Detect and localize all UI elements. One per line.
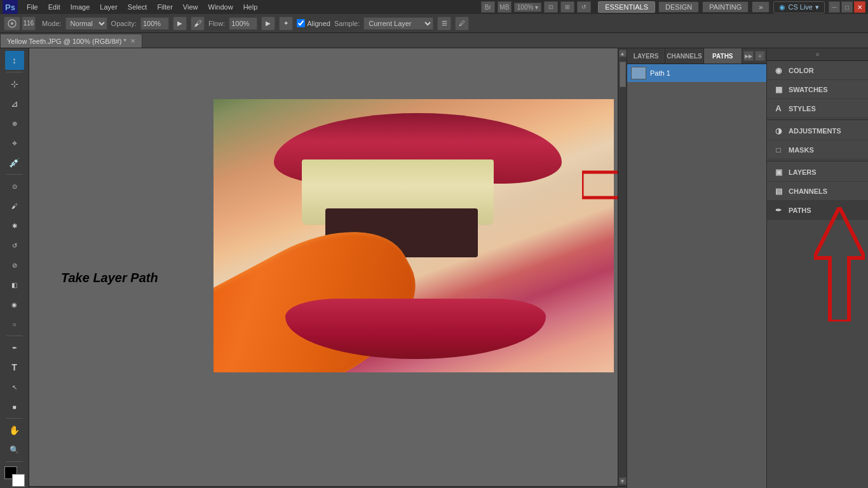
menu-file[interactable]: File (22, 0, 43, 14)
mini-bridge-btn[interactable]: MB (498, 1, 512, 13)
layers-label: LAYERS (789, 168, 817, 176)
brush-tool-btn[interactable]: 🖌 (191, 17, 205, 30)
tool-eyedropper[interactable]: 💉 (5, 153, 24, 172)
menu-edit[interactable]: Edit (43, 0, 65, 14)
svg-marker-3 (814, 207, 865, 322)
swatches-icon: ▦ (773, 85, 783, 95)
scroll-thumb-v[interactable] (620, 62, 626, 87)
opacity-label: Opacity: (111, 20, 137, 27)
panel-item-masks[interactable]: □ MASKS (767, 140, 868, 159)
tab-paths[interactable]: PATHS (704, 48, 742, 64)
tab-bar: Yellow Teeth.JPG @ 100% (RGB/8#) * ✕ (0, 33, 868, 48)
tool-shape[interactable]: ■ (5, 397, 24, 416)
tool-eraser[interactable]: ⊘ (5, 255, 24, 274)
canvas-image (214, 99, 614, 372)
tool-history-brush[interactable]: ↺ (5, 236, 24, 255)
flow-input[interactable] (229, 17, 257, 30)
tool-marquee[interactable]: ⊹ (5, 74, 24, 93)
tool-sep-3 (6, 336, 23, 336)
fg-bg-colors[interactable] (4, 466, 25, 487)
ws-more[interactable]: » (752, 1, 770, 13)
tool-spot-heal[interactable]: ⊙ (5, 177, 24, 196)
tool-hand[interactable]: ✋ (5, 421, 24, 440)
panel-menu-btn[interactable]: ▶▶ (743, 51, 754, 61)
panel-separator-2 (767, 161, 868, 161)
close-btn[interactable]: ✕ (854, 1, 865, 13)
masks-icon: □ (773, 145, 783, 155)
panel-options-btn[interactable]: ≡ (755, 51, 765, 61)
menu-image[interactable]: Image (65, 0, 95, 14)
collapse-icon: « (816, 51, 820, 58)
minimize-btn[interactable]: ─ (829, 1, 840, 13)
aligned-checkbox[interactable] (297, 19, 305, 27)
menu-layer[interactable]: Layer (95, 0, 123, 14)
tool-crop[interactable]: ⌖ (5, 133, 24, 152)
scroll-track-v (620, 58, 626, 476)
tool-move[interactable]: ↕ (5, 51, 24, 70)
tool-lasso[interactable]: ⊿ (5, 94, 24, 113)
panel-item-swatches[interactable]: ▦ SWATCHES (767, 80, 868, 99)
tool-sep-1 (6, 72, 23, 72)
tab-channels[interactable]: CHANNELS (665, 48, 703, 64)
scroll-up-btn[interactable]: ▲ (619, 50, 627, 57)
menu-window[interactable]: Window (203, 0, 238, 14)
arrange-btn[interactable]: ⊡ (544, 1, 558, 13)
opacity-arrow[interactable]: ▶ (173, 17, 187, 30)
red-arrow-svg (582, 159, 618, 210)
big-red-arrow-svg (814, 207, 865, 322)
restore-btn[interactable]: □ (841, 1, 853, 13)
ps-logo: Ps (3, 0, 18, 14)
tool-gradient[interactable]: ◧ (5, 275, 24, 294)
clone-stamp-options-btn[interactable]: 🖊 (455, 17, 469, 30)
clone-source-btn[interactable] (4, 17, 20, 30)
tool-dodge[interactable]: ○ (5, 315, 24, 334)
panel-item-color[interactable]: ◉ COLOR (767, 61, 868, 80)
panel-collapse-top[interactable]: « (767, 48, 868, 61)
panel-item-channels[interactable]: ▤ CHANNELS (767, 182, 868, 201)
ws-painting[interactable]: PAINTING (702, 1, 749, 13)
tab-layers[interactable]: LAYERS (627, 48, 665, 64)
sample-select[interactable]: Current Layer All Layers Current & Below (363, 17, 433, 30)
ignore-adjustments-btn[interactable]: ☰ (437, 17, 451, 30)
rotate-btn[interactable]: ↺ (577, 1, 591, 13)
bridge-btn[interactable]: Br (481, 1, 495, 13)
tool-path-select[interactable]: ↖ (5, 377, 24, 396)
cs-live-btn[interactable]: ◉ CS Live ▾ (773, 1, 825, 13)
left-toolbar: ↕ ⊹ ⊿ ⊕ ⌖ 💉 ⊙ 🖌 ✱ ↺ ⊘ ◧ ◉ ○ ✒ T ↖ ■ ✋ 🔍 … (0, 48, 29, 488)
scroll-down-btn[interactable]: ▼ (619, 477, 627, 485)
path-row-1[interactable]: Path 1 (627, 64, 766, 82)
tool-clone[interactable]: ✱ (5, 216, 24, 235)
menu-view[interactable]: View (178, 0, 203, 14)
menu-help[interactable]: Help (238, 0, 263, 14)
brush-size-btn[interactable]: 116 (22, 17, 36, 30)
ws-essentials[interactable]: ESSENTIALS (598, 1, 655, 13)
layers-tabs: LAYERS CHANNELS PATHS ▶▶ ≡ (627, 48, 766, 64)
tool-type[interactable]: T (5, 358, 24, 377)
mode-select[interactable]: Normal Multiply Screen (65, 17, 107, 30)
tool-blur[interactable]: ◉ (5, 295, 24, 314)
masks-label: MASKS (789, 146, 814, 154)
tool-zoom[interactable]: 🔍 (5, 440, 24, 459)
document-tab[interactable]: Yellow Teeth.JPG @ 100% (RGB/8#) * ✕ (0, 34, 142, 48)
cs-live-icon: ◉ (779, 3, 785, 11)
menu-filter[interactable]: Filter (152, 0, 177, 14)
screen-mode-btn[interactable]: ⊞ (560, 1, 574, 13)
tool-pen[interactable]: ✒ (5, 338, 24, 357)
tab-close-btn[interactable]: ✕ (130, 37, 135, 44)
panel-item-adjustments[interactable]: ◑ ADJUSTMENTS (767, 121, 868, 140)
zoom-select[interactable]: 100% ▾ (514, 3, 541, 12)
flow-arrow[interactable]: ▶ (261, 17, 275, 30)
panel-separator-1 (767, 119, 868, 120)
background-color[interactable] (12, 474, 25, 487)
panel-item-layers[interactable]: ▣ LAYERS (767, 163, 868, 182)
airbrush-btn[interactable]: ✦ (279, 17, 293, 30)
svg-point-1 (11, 22, 13, 25)
opacity-input[interactable] (140, 17, 169, 30)
tool-brush[interactable]: 🖌 (5, 196, 24, 215)
color-icon: ◉ (773, 65, 783, 76)
ws-design[interactable]: DESIGN (658, 1, 699, 13)
panel-item-styles[interactable]: A STYLES (767, 99, 868, 118)
tool-quick-select[interactable]: ⊕ (5, 114, 24, 133)
menu-select[interactable]: Select (123, 0, 153, 14)
swatches-label: SWATCHES (789, 86, 828, 93)
